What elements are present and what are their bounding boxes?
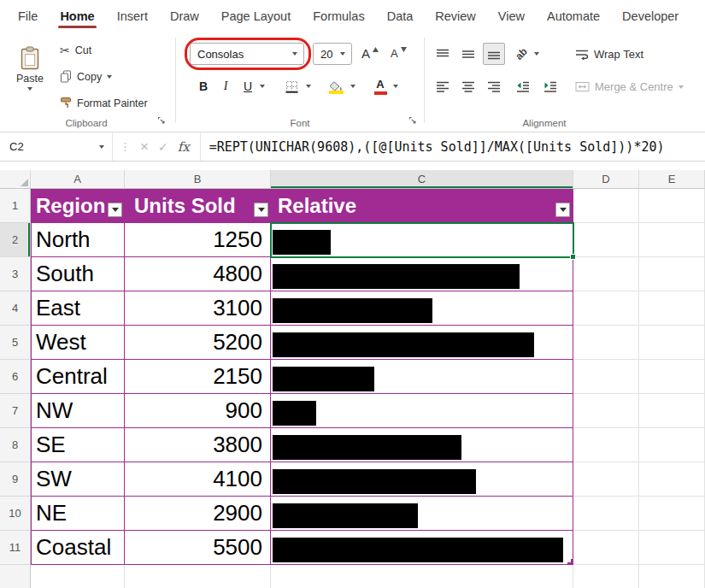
cell-relative[interactable] — [271, 394, 573, 428]
cell-empty[interactable] — [639, 223, 705, 257]
cell-relative[interactable] — [271, 531, 573, 565]
cell-region[interactable]: Coastal — [31, 531, 125, 565]
column-header-e[interactable]: E — [639, 170, 705, 189]
cell-relative[interactable] — [271, 462, 573, 497]
tab-insert[interactable]: Insert — [106, 3, 159, 31]
insert-function-button[interactable]: fx — [178, 139, 190, 155]
cell-empty[interactable] — [573, 189, 639, 223]
cell-relative[interactable] — [271, 223, 573, 257]
row-header[interactable]: 5 — [0, 326, 31, 360]
increase-indent-button[interactable] — [539, 75, 561, 97]
column-header-c[interactable]: C — [271, 170, 573, 189]
tab-home[interactable]: Home — [49, 3, 105, 31]
merge-centre-button[interactable]: Merge & Centre — [572, 76, 687, 97]
cell-region[interactable]: NW — [31, 394, 125, 428]
cell-empty[interactable] — [573, 291, 639, 326]
row-header[interactable]: 11 — [0, 531, 31, 565]
header-cell-units-sold[interactable]: Units Sold — [125, 189, 271, 223]
row-header[interactable]: 7 — [0, 394, 31, 428]
tab-developer[interactable]: Developer — [611, 3, 690, 31]
select-all-button[interactable] — [0, 170, 31, 189]
align-right-button[interactable] — [483, 75, 505, 97]
cell-relative[interactable] — [271, 291, 573, 326]
row-header[interactable]: 2 — [0, 223, 31, 257]
cell-empty[interactable] — [639, 497, 705, 531]
font-color-button[interactable]: A — [369, 75, 391, 97]
filter-button[interactable] — [555, 203, 570, 217]
cell-region[interactable]: SE — [31, 428, 125, 462]
cell-units-sold[interactable]: 2150 — [125, 360, 271, 394]
bold-button[interactable]: B — [193, 75, 214, 97]
font-size-combobox[interactable]: 20 — [313, 43, 352, 65]
cell-empty[interactable] — [573, 462, 639, 497]
filter-button[interactable] — [254, 203, 268, 217]
cell-units-sold[interactable]: 5200 — [125, 326, 271, 360]
name-box[interactable]: C2 — [0, 132, 113, 161]
tab-file[interactable]: File — [7, 3, 49, 31]
middle-align-button[interactable] — [457, 43, 479, 65]
decrease-font-size-button[interactable]: A — [388, 43, 409, 64]
cell-empty[interactable] — [639, 394, 705, 428]
cell-relative[interactable] — [271, 497, 573, 531]
cell-empty[interactable] — [639, 462, 705, 497]
cell-relative[interactable] — [271, 360, 573, 394]
cancel-icon[interactable]: × — [140, 139, 149, 154]
row-header[interactable]: 6 — [0, 360, 31, 394]
cell-empty[interactable] — [573, 531, 639, 565]
enter-icon[interactable]: ✓ — [158, 141, 168, 153]
cell-empty[interactable] — [573, 360, 639, 394]
cell-empty[interactable] — [125, 565, 271, 588]
cell-relative[interactable] — [271, 257, 573, 291]
cut-button[interactable]: ✂ Cut — [56, 39, 95, 61]
underline-button[interactable]: U — [238, 75, 258, 97]
cell-units-sold[interactable]: 900 — [125, 394, 271, 428]
underline-dropdown[interactable] — [256, 75, 268, 97]
cell-empty[interactable] — [639, 428, 705, 462]
format-painter-button[interactable]: Format Painter — [56, 92, 151, 114]
row-header[interactable] — [0, 565, 31, 588]
cell-empty[interactable] — [639, 291, 705, 326]
cell-empty[interactable] — [573, 565, 639, 588]
fill-handle[interactable] — [570, 254, 576, 260]
cell-empty[interactable] — [573, 326, 639, 360]
cell-units-sold[interactable]: 4100 — [125, 462, 271, 497]
cell-empty[interactable] — [573, 497, 639, 531]
cell-empty[interactable] — [31, 565, 125, 588]
font-name-combobox[interactable]: Consolas — [190, 43, 304, 65]
fill-color-button[interactable] — [325, 75, 347, 97]
cell-empty[interactable] — [639, 257, 705, 291]
column-header-d[interactable]: D — [573, 170, 639, 189]
cell-empty[interactable] — [639, 531, 705, 565]
decrease-indent-button[interactable] — [512, 75, 534, 97]
cell-units-sold[interactable]: 4800 — [125, 257, 271, 291]
font-color-dropdown[interactable] — [390, 75, 402, 97]
formula-input[interactable]: =REPT(UNICHAR(9608),([@[Units Sold]]/MAX… — [201, 132, 705, 161]
cell-region[interactable]: Central — [31, 360, 125, 394]
cell-empty[interactable] — [639, 360, 705, 394]
cell-empty[interactable] — [271, 565, 573, 588]
cell-empty[interactable] — [639, 565, 705, 588]
cell-empty[interactable] — [573, 428, 639, 462]
align-left-button[interactable] — [432, 75, 454, 97]
row-header[interactable]: 3 — [0, 257, 31, 291]
cell-units-sold[interactable]: 3800 — [125, 428, 271, 462]
copy-button[interactable]: Copy — [56, 66, 115, 87]
bottom-align-button[interactable] — [483, 43, 505, 65]
tab-review[interactable]: Review — [424, 3, 487, 31]
cell-region[interactable]: North — [31, 223, 125, 257]
cell-region[interactable]: NE — [31, 497, 125, 531]
cell-region[interactable]: SW — [31, 462, 125, 497]
cell-units-sold[interactable]: 5500 — [125, 531, 271, 565]
paste-button[interactable]: Paste — [7, 36, 53, 101]
column-header-b[interactable]: B — [125, 170, 271, 189]
cell-empty[interactable] — [639, 326, 705, 360]
cell-relative[interactable] — [271, 428, 573, 462]
orientation-dropdown[interactable] — [531, 43, 543, 65]
column-header-a[interactable]: A — [31, 170, 125, 189]
tab-automate[interactable]: Automate — [536, 3, 611, 31]
cell-region[interactable]: West — [31, 326, 125, 360]
increase-font-size-button[interactable]: A — [359, 43, 381, 64]
cell-region[interactable]: East — [31, 291, 125, 326]
cell-relative[interactable] — [271, 326, 573, 360]
cell-units-sold[interactable]: 1250 — [125, 223, 271, 257]
